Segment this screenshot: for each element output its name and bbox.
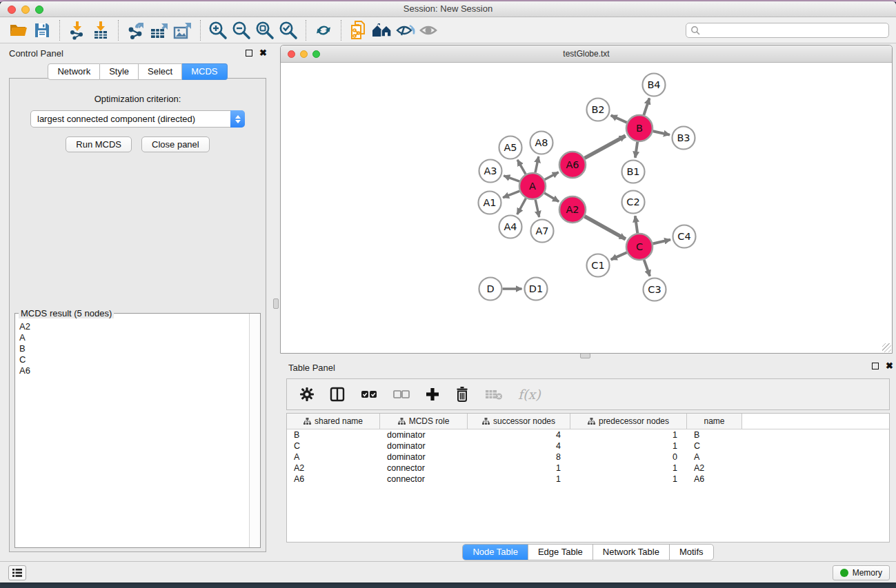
close-window-button[interactable] (8, 6, 16, 14)
close-table-panel-icon[interactable]: ✖ (886, 362, 893, 370)
zoom-out-icon[interactable] (230, 19, 253, 41)
table-cell[interactable]: dominator (380, 429, 468, 440)
zoom-fit-icon[interactable] (253, 19, 277, 41)
graph-node-B3[interactable]: B3 (673, 127, 695, 150)
graph-edge-A-A4[interactable] (517, 199, 526, 214)
column-header-shared-name[interactable]: shared name (287, 414, 380, 429)
mcds-result-list[interactable]: A2ABCA6 (16, 318, 248, 547)
open-file-icon[interactable] (7, 19, 30, 41)
vertical-splitter-handle[interactable] (273, 298, 279, 309)
zoom-network-button[interactable] (312, 50, 320, 58)
deselect-all-icon[interactable] (392, 388, 410, 401)
graph-node-C1[interactable]: C1 (587, 254, 610, 277)
run-mcds-button[interactable]: Run MCDS (66, 136, 132, 152)
graph-edge-A6-B[interactable] (585, 136, 626, 158)
export-network-icon[interactable] (124, 19, 148, 41)
table-cell[interactable]: C (287, 440, 380, 452)
import-table-icon[interactable] (89, 19, 112, 41)
table-cell[interactable]: 4 (468, 440, 570, 452)
table-cell[interactable]: 1 (468, 474, 570, 485)
graph-edge-B-B2[interactable] (611, 115, 627, 122)
export-table-icon[interactable] (148, 19, 171, 41)
tab-network[interactable]: Network (48, 63, 100, 80)
graph-node-A8[interactable]: A8 (530, 132, 553, 154)
tab-mcds[interactable]: MCDS (182, 63, 227, 80)
zoom-in-icon[interactable] (206, 19, 230, 41)
first-neighbors-icon[interactable] (370, 19, 394, 41)
table-cell[interactable]: A2 (687, 463, 742, 474)
task-history-button[interactable] (8, 565, 26, 580)
graph-edge-A-A7[interactable] (535, 200, 539, 217)
graph-edge-B-B3[interactable] (653, 131, 670, 134)
graph-node-D[interactable]: D (479, 278, 502, 301)
table-cell[interactable]: 8 (468, 452, 570, 463)
graph-node-A6[interactable]: A6 (559, 152, 586, 178)
graph-node-C3[interactable]: C3 (644, 278, 666, 301)
result-item[interactable]: C (19, 354, 248, 365)
graph-node-A1[interactable]: A1 (479, 192, 501, 214)
apply-layout-icon[interactable] (312, 19, 335, 41)
graph-edge-C-C3[interactable] (644, 260, 650, 276)
graph-node-B1[interactable]: B1 (622, 161, 645, 183)
result-item[interactable]: A (19, 332, 248, 343)
graph-edge-C-C4[interactable] (653, 240, 670, 244)
close-panel-icon[interactable]: ✖ (259, 49, 267, 57)
table-row[interactable]: Adominator80A (287, 452, 889, 463)
graph-node-A4[interactable]: A4 (499, 216, 522, 239)
hide-selected-icon[interactable] (394, 19, 417, 41)
result-item[interactable]: B (19, 343, 248, 354)
table-cell[interactable]: A2 (287, 463, 380, 474)
graph-node-A3[interactable]: A3 (479, 160, 502, 183)
search-input[interactable] (701, 24, 888, 37)
table-cell[interactable]: 1 (468, 463, 570, 474)
graph-edge-A-A2[interactable] (544, 193, 559, 201)
table-row[interactable]: A6connector11A6 (287, 474, 889, 485)
table-cell[interactable]: 1 (570, 474, 687, 485)
graph-edge-A-A8[interactable] (535, 156, 539, 172)
table-row[interactable]: Cdominator41C (287, 440, 889, 452)
result-item[interactable]: A2 (19, 321, 248, 332)
column-header-name[interactable]: name (687, 414, 742, 429)
float-panel-icon[interactable] (246, 50, 252, 57)
graph-node-C4[interactable]: C4 (673, 225, 696, 248)
table-cell[interactable]: C (687, 440, 742, 452)
table-cell[interactable]: dominator (380, 452, 468, 463)
table-cell[interactable]: 0 (570, 452, 687, 463)
graph-edge-A-A6[interactable] (545, 172, 559, 180)
table-row[interactable]: A2connector11A2 (287, 463, 889, 474)
table-cell[interactable]: dominator (380, 440, 468, 452)
table-cell[interactable]: 4 (468, 429, 570, 440)
network-canvas[interactable]: B4B2BB3A8A5A6B1A3AA1C2A2A4A7C4CC1C3DD1 (281, 63, 892, 353)
graph-node-B2[interactable]: B2 (587, 99, 610, 121)
clone-network-icon[interactable] (347, 19, 370, 41)
graph-edge-B-B1[interactable] (635, 142, 637, 158)
tab-node-table[interactable]: Node Table (463, 545, 528, 560)
graph-edge-C-C1[interactable] (611, 252, 627, 259)
table-cell[interactable]: 1 (570, 429, 687, 440)
column-header-MCDS-role[interactable]: MCDS role (380, 414, 468, 429)
table-cell[interactable]: connector (380, 463, 468, 474)
minimize-window-button[interactable] (21, 6, 30, 14)
tab-select[interactable]: Select (139, 63, 182, 80)
table-cell[interactable]: A6 (687, 474, 742, 485)
graph-node-C2[interactable]: C2 (622, 191, 645, 214)
graph-edge-A-A1[interactable] (503, 191, 519, 197)
tab-style[interactable]: Style (100, 63, 139, 80)
graph-edge-A2-C[interactable] (584, 216, 625, 239)
table-cell[interactable]: B (287, 429, 380, 440)
table-cell[interactable]: B (687, 429, 742, 440)
table-cell[interactable]: A (687, 452, 742, 463)
graph-edge-B-B4[interactable] (644, 98, 649, 115)
graph-node-A5[interactable]: A5 (499, 136, 522, 159)
zoom-selected-icon[interactable] (277, 19, 300, 41)
save-session-icon[interactable] (30, 19, 54, 41)
select-all-icon[interactable] (360, 388, 378, 401)
import-network-icon[interactable] (66, 19, 89, 41)
horizontal-splitter-handle[interactable] (580, 353, 590, 358)
tab-network-table[interactable]: Network Table (593, 545, 669, 560)
graph-node-A7[interactable]: A7 (531, 220, 554, 243)
graph-edge-C-C2[interactable] (635, 216, 637, 233)
graph-edge-A-A3[interactable] (504, 176, 519, 181)
delete-column-icon[interactable] (455, 386, 470, 403)
column-layout-icon[interactable] (329, 386, 346, 403)
